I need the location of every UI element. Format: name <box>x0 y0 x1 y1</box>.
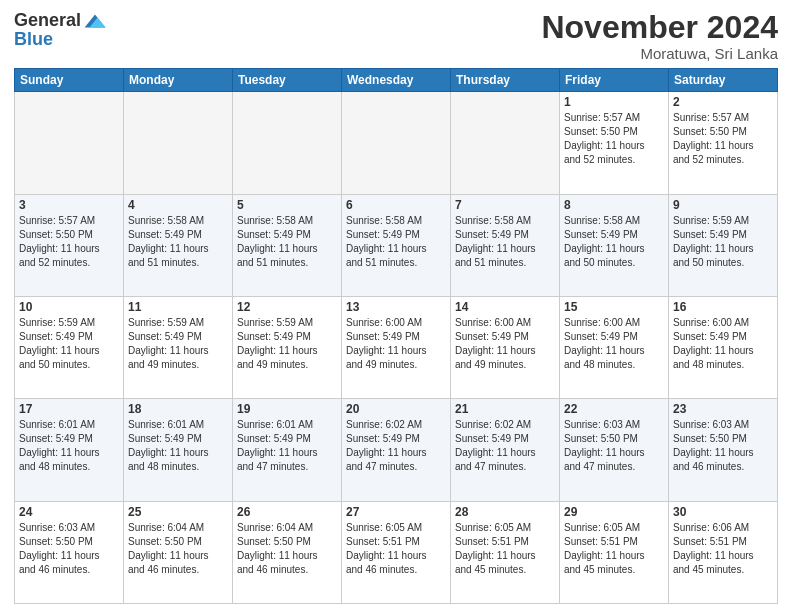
weekday-header-wednesday: Wednesday <box>342 69 451 92</box>
day-number: 18 <box>128 402 228 416</box>
calendar-cell: 1Sunrise: 5:57 AMSunset: 5:50 PMDaylight… <box>560 92 669 194</box>
day-number: 22 <box>564 402 664 416</box>
day-number: 3 <box>19 198 119 212</box>
weekday-header-monday: Monday <box>124 69 233 92</box>
day-number: 28 <box>455 505 555 519</box>
day-info: Sunrise: 5:57 AMSunset: 5:50 PMDaylight:… <box>19 214 119 270</box>
day-number: 17 <box>19 402 119 416</box>
day-number: 26 <box>237 505 337 519</box>
day-info: Sunrise: 6:05 AMSunset: 5:51 PMDaylight:… <box>455 521 555 577</box>
calendar-cell <box>233 92 342 194</box>
calendar-cell: 3Sunrise: 5:57 AMSunset: 5:50 PMDaylight… <box>15 194 124 296</box>
day-number: 27 <box>346 505 446 519</box>
calendar-cell: 23Sunrise: 6:03 AMSunset: 5:50 PMDayligh… <box>669 399 778 501</box>
day-info: Sunrise: 6:06 AMSunset: 5:51 PMDaylight:… <box>673 521 773 577</box>
calendar-cell: 22Sunrise: 6:03 AMSunset: 5:50 PMDayligh… <box>560 399 669 501</box>
calendar-cell: 8Sunrise: 5:58 AMSunset: 5:49 PMDaylight… <box>560 194 669 296</box>
calendar-cell: 17Sunrise: 6:01 AMSunset: 5:49 PMDayligh… <box>15 399 124 501</box>
logo-icon <box>83 11 107 31</box>
calendar-cell: 16Sunrise: 6:00 AMSunset: 5:49 PMDayligh… <box>669 296 778 398</box>
day-info: Sunrise: 5:58 AMSunset: 5:49 PMDaylight:… <box>564 214 664 270</box>
day-info: Sunrise: 6:03 AMSunset: 5:50 PMDaylight:… <box>673 418 773 474</box>
weekday-header-sunday: Sunday <box>15 69 124 92</box>
day-number: 11 <box>128 300 228 314</box>
day-number: 15 <box>564 300 664 314</box>
calendar-cell: 29Sunrise: 6:05 AMSunset: 5:51 PMDayligh… <box>560 501 669 603</box>
day-number: 2 <box>673 95 773 109</box>
day-info: Sunrise: 6:03 AMSunset: 5:50 PMDaylight:… <box>564 418 664 474</box>
calendar-cell: 6Sunrise: 5:58 AMSunset: 5:49 PMDaylight… <box>342 194 451 296</box>
calendar-cell: 19Sunrise: 6:01 AMSunset: 5:49 PMDayligh… <box>233 399 342 501</box>
day-info: Sunrise: 6:04 AMSunset: 5:50 PMDaylight:… <box>237 521 337 577</box>
weekday-header-saturday: Saturday <box>669 69 778 92</box>
calendar-cell: 25Sunrise: 6:04 AMSunset: 5:50 PMDayligh… <box>124 501 233 603</box>
day-info: Sunrise: 5:58 AMSunset: 5:49 PMDaylight:… <box>346 214 446 270</box>
day-number: 4 <box>128 198 228 212</box>
calendar-table: SundayMondayTuesdayWednesdayThursdayFrid… <box>14 68 778 604</box>
calendar-cell: 18Sunrise: 6:01 AMSunset: 5:49 PMDayligh… <box>124 399 233 501</box>
calendar-cell: 27Sunrise: 6:05 AMSunset: 5:51 PMDayligh… <box>342 501 451 603</box>
day-number: 5 <box>237 198 337 212</box>
calendar-cell <box>451 92 560 194</box>
day-info: Sunrise: 5:58 AMSunset: 5:49 PMDaylight:… <box>455 214 555 270</box>
day-info: Sunrise: 5:57 AMSunset: 5:50 PMDaylight:… <box>673 111 773 167</box>
day-number: 21 <box>455 402 555 416</box>
day-number: 16 <box>673 300 773 314</box>
calendar-cell: 13Sunrise: 6:00 AMSunset: 5:49 PMDayligh… <box>342 296 451 398</box>
day-info: Sunrise: 6:02 AMSunset: 5:49 PMDaylight:… <box>455 418 555 474</box>
day-number: 25 <box>128 505 228 519</box>
day-info: Sunrise: 6:00 AMSunset: 5:49 PMDaylight:… <box>455 316 555 372</box>
logo-general: General <box>14 10 81 31</box>
day-info: Sunrise: 6:03 AMSunset: 5:50 PMDaylight:… <box>19 521 119 577</box>
calendar-cell <box>342 92 451 194</box>
page-container: General Blue November 2024 Moratuwa, Sri… <box>0 0 792 612</box>
day-info: Sunrise: 5:58 AMSunset: 5:49 PMDaylight:… <box>128 214 228 270</box>
day-info: Sunrise: 5:58 AMSunset: 5:49 PMDaylight:… <box>237 214 337 270</box>
day-info: Sunrise: 6:00 AMSunset: 5:49 PMDaylight:… <box>673 316 773 372</box>
day-info: Sunrise: 6:00 AMSunset: 5:49 PMDaylight:… <box>346 316 446 372</box>
day-number: 30 <box>673 505 773 519</box>
day-info: Sunrise: 5:59 AMSunset: 5:49 PMDaylight:… <box>128 316 228 372</box>
calendar-cell: 15Sunrise: 6:00 AMSunset: 5:49 PMDayligh… <box>560 296 669 398</box>
day-info: Sunrise: 5:59 AMSunset: 5:49 PMDaylight:… <box>673 214 773 270</box>
calendar-cell: 14Sunrise: 6:00 AMSunset: 5:49 PMDayligh… <box>451 296 560 398</box>
day-number: 20 <box>346 402 446 416</box>
day-number: 10 <box>19 300 119 314</box>
day-number: 1 <box>564 95 664 109</box>
logo-blue-text: Blue <box>14 29 53 49</box>
calendar-cell: 4Sunrise: 5:58 AMSunset: 5:49 PMDaylight… <box>124 194 233 296</box>
day-number: 7 <box>455 198 555 212</box>
logo: General Blue <box>14 10 107 50</box>
day-number: 29 <box>564 505 664 519</box>
day-info: Sunrise: 6:05 AMSunset: 5:51 PMDaylight:… <box>564 521 664 577</box>
calendar-cell: 21Sunrise: 6:02 AMSunset: 5:49 PMDayligh… <box>451 399 560 501</box>
calendar-cell: 9Sunrise: 5:59 AMSunset: 5:49 PMDaylight… <box>669 194 778 296</box>
calendar-cell: 5Sunrise: 5:58 AMSunset: 5:49 PMDaylight… <box>233 194 342 296</box>
day-number: 12 <box>237 300 337 314</box>
day-number: 19 <box>237 402 337 416</box>
weekday-header-thursday: Thursday <box>451 69 560 92</box>
weekday-header-tuesday: Tuesday <box>233 69 342 92</box>
calendar-cell: 24Sunrise: 6:03 AMSunset: 5:50 PMDayligh… <box>15 501 124 603</box>
day-info: Sunrise: 6:01 AMSunset: 5:49 PMDaylight:… <box>237 418 337 474</box>
calendar-cell: 11Sunrise: 5:59 AMSunset: 5:49 PMDayligh… <box>124 296 233 398</box>
weekday-header-friday: Friday <box>560 69 669 92</box>
month-title: November 2024 <box>541 10 778 45</box>
day-number: 8 <box>564 198 664 212</box>
day-number: 24 <box>19 505 119 519</box>
day-info: Sunrise: 6:00 AMSunset: 5:49 PMDaylight:… <box>564 316 664 372</box>
day-info: Sunrise: 5:57 AMSunset: 5:50 PMDaylight:… <box>564 111 664 167</box>
day-info: Sunrise: 6:04 AMSunset: 5:50 PMDaylight:… <box>128 521 228 577</box>
day-number: 14 <box>455 300 555 314</box>
day-info: Sunrise: 5:59 AMSunset: 5:49 PMDaylight:… <box>19 316 119 372</box>
day-number: 23 <box>673 402 773 416</box>
calendar-cell: 12Sunrise: 5:59 AMSunset: 5:49 PMDayligh… <box>233 296 342 398</box>
calendar-cell: 7Sunrise: 5:58 AMSunset: 5:49 PMDaylight… <box>451 194 560 296</box>
day-number: 6 <box>346 198 446 212</box>
calendar-cell: 26Sunrise: 6:04 AMSunset: 5:50 PMDayligh… <box>233 501 342 603</box>
calendar-cell: 10Sunrise: 5:59 AMSunset: 5:49 PMDayligh… <box>15 296 124 398</box>
calendar-cell: 2Sunrise: 5:57 AMSunset: 5:50 PMDaylight… <box>669 92 778 194</box>
day-info: Sunrise: 6:02 AMSunset: 5:49 PMDaylight:… <box>346 418 446 474</box>
day-number: 13 <box>346 300 446 314</box>
title-block: November 2024 Moratuwa, Sri Lanka <box>541 10 778 62</box>
